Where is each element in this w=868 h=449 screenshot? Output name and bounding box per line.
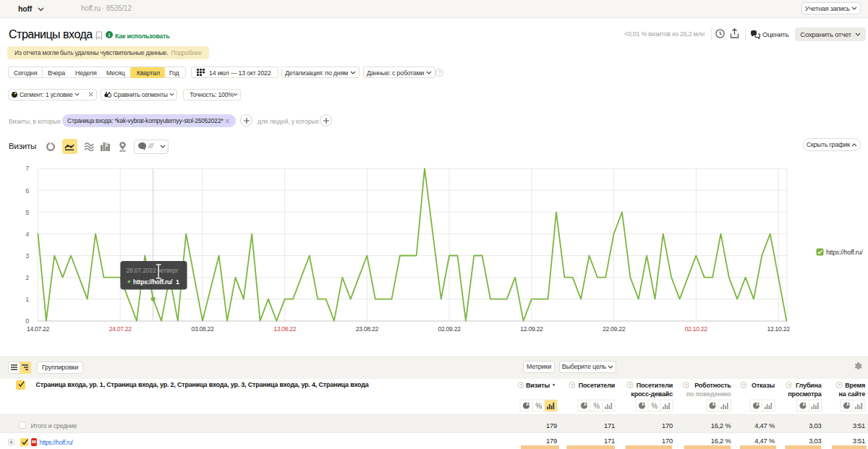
svg-text:171: 171 — [604, 437, 615, 445]
svg-text:179: 179 — [546, 422, 557, 429]
svg-text:%: % — [535, 402, 542, 410]
svg-text:просмотра: просмотра — [788, 390, 822, 398]
svg-text:?: ? — [838, 382, 841, 388]
svg-text:по поведению: по поведению — [686, 390, 731, 398]
svg-text:%: % — [651, 402, 658, 410]
svg-text:Отказы: Отказы — [752, 382, 775, 389]
svg-text:https://hoff.ru/: https://hoff.ru/ — [826, 249, 863, 256]
svg-text:28.07.2022 четверг: 28.07.2022 четверг — [127, 267, 179, 274]
svg-text:170: 170 — [662, 422, 673, 429]
svg-text:%: % — [593, 402, 600, 410]
svg-text:3:51: 3:51 — [853, 422, 865, 429]
svg-text:16,2 %: 16,2 % — [711, 437, 731, 445]
svg-text:кросс-девайс: кросс-девайс — [631, 390, 673, 398]
svg-text:Визиты: Визиты — [526, 382, 550, 389]
svg-text:1: 1 — [25, 296, 29, 303]
svg-text:12.09.22: 12.09.22 — [520, 325, 543, 333]
svg-text:Посетители: Посетители — [637, 382, 673, 389]
svg-text:Время: Время — [845, 382, 865, 389]
svg-text:?: ? — [788, 382, 791, 388]
svg-text:https://hoff.ru/: https://hoff.ru/ — [133, 278, 173, 286]
svg-text:Роботность: Роботность — [694, 382, 731, 389]
svg-text:i: i — [109, 32, 110, 38]
svg-text:?: ? — [742, 382, 745, 388]
svg-text:2: 2 — [25, 274, 29, 281]
svg-text:12.10.22: 12.10.22 — [767, 325, 791, 333]
svg-text:3:51: 3:51 — [853, 437, 865, 445]
svg-text:на сайте: на сайте — [839, 390, 866, 398]
svg-text:13.08.22: 13.08.22 — [273, 325, 297, 333]
svg-text:?: ? — [571, 382, 574, 388]
svg-text:6: 6 — [25, 187, 29, 194]
svg-text:02.09.22: 02.09.22 — [438, 325, 461, 333]
svg-text:?: ? — [519, 382, 522, 388]
svg-text:22.09.22: 22.09.22 — [603, 325, 626, 333]
svg-text:?: ? — [438, 70, 441, 75]
svg-text:170: 170 — [662, 437, 673, 445]
svg-text:02.10.22: 02.10.22 — [685, 325, 708, 333]
svg-text:3: 3 — [25, 252, 29, 260]
svg-text:5: 5 — [25, 209, 29, 216]
svg-text:171: 171 — [604, 422, 615, 429]
svg-text:0: 0 — [25, 317, 29, 325]
svg-text:Глубина: Глубина — [796, 382, 822, 389]
svg-text:179: 179 — [546, 437, 557, 445]
svg-text:1: 1 — [176, 278, 179, 286]
svg-text:?: ? — [629, 382, 631, 388]
svg-text:3,03: 3,03 — [809, 437, 821, 445]
svg-text:16,2 %: 16,2 % — [711, 422, 731, 429]
svg-text:03.08.22: 03.08.22 — [191, 325, 214, 333]
svg-text:23.08.22: 23.08.22 — [356, 325, 379, 333]
svg-text:3,03: 3,03 — [809, 422, 821, 429]
svg-text:Посетители: Посетители — [579, 382, 615, 389]
svg-text:14.07.22: 14.07.22 — [27, 325, 50, 333]
svg-text:4,47 %: 4,47 % — [754, 437, 775, 445]
svg-text:4: 4 — [25, 231, 29, 238]
svg-text:?: ? — [685, 382, 688, 388]
svg-text:24.07.22: 24.07.22 — [109, 325, 132, 333]
svg-text:4,47 %: 4,47 % — [754, 422, 775, 429]
svg-text:7: 7 — [25, 165, 29, 172]
